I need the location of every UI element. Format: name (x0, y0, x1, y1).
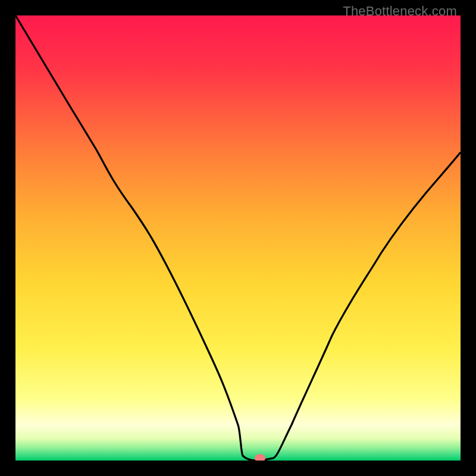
gradient-background (15, 15, 461, 461)
bottleneck-chart (15, 15, 461, 461)
watermark-text: TheBottleneck.com (343, 4, 457, 19)
